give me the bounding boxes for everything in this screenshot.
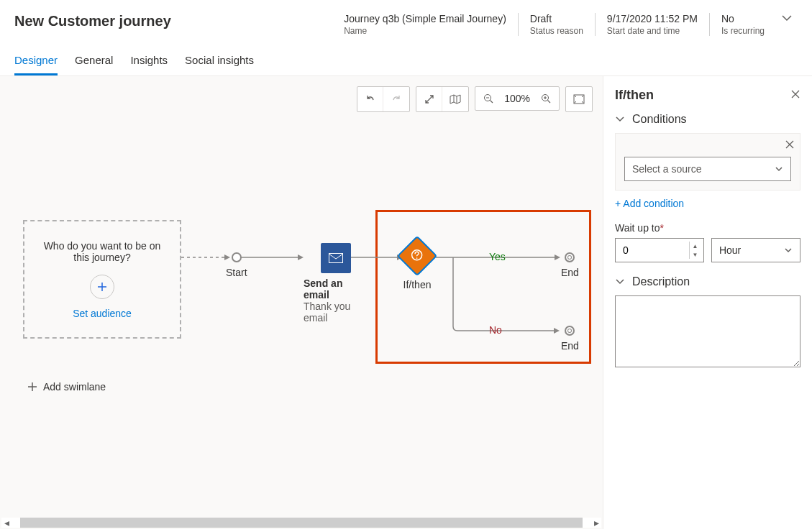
email-node[interactable]: Send an email Thank you email [304, 243, 368, 324]
plus-icon [27, 382, 37, 392]
select-source-dropdown[interactable]: Select a source [624, 157, 791, 181]
audience-placeholder: Who do you want to be on this journey? S… [23, 220, 181, 339]
condition-card: Select a source [615, 133, 800, 191]
tab-social-insights[interactable]: Social insights [185, 54, 254, 75]
scrollbar-thumb[interactable] [20, 518, 583, 528]
scroll-left-button[interactable]: ◂ [1, 517, 12, 528]
header-status-value: Draft [530, 13, 583, 24]
svg-rect-12 [329, 254, 343, 263]
designer-canvas[interactable]: 100% Who do you want to be on this journ… [0, 76, 603, 529]
audience-question: Who do you want to be on this journey? [37, 240, 167, 263]
ifthen-node[interactable]: If/then [403, 242, 432, 290]
svg-marker-6 [298, 254, 304, 260]
wait-label-text: Wait up to [615, 222, 660, 234]
end-node-yes[interactable]: End [561, 252, 579, 278]
close-icon [790, 89, 800, 99]
zoom-out-button[interactable] [475, 86, 501, 111]
fit-icon [573, 94, 585, 104]
chevron-down-icon [784, 246, 793, 254]
add-audience-button[interactable] [90, 275, 114, 299]
header-recurring-value: No [721, 13, 765, 24]
expand-icon [424, 94, 434, 104]
undo-button[interactable] [357, 87, 383, 111]
chevron-down-icon [775, 165, 783, 173]
horizontal-scrollbar[interactable]: ◂ ▸ [1, 518, 601, 528]
start-label: Start [226, 267, 247, 278]
header-status-label: Status reason [530, 26, 583, 36]
end-label-yes: End [561, 267, 579, 278]
description-textarea[interactable] [615, 295, 800, 367]
zoom-out-icon [483, 93, 493, 104]
header-expand-button[interactable] [776, 13, 798, 23]
email-node-subtitle: Thank you email [304, 301, 368, 324]
conditions-section-toggle[interactable]: Conditions [615, 113, 800, 126]
wait-value-input-wrap: ▲ ▼ [615, 238, 704, 262]
scroll-right-button[interactable]: ▸ [591, 517, 601, 528]
add-swimlane-button[interactable]: Add swimlane [27, 381, 106, 393]
email-icon [329, 253, 343, 263]
chevron-down-icon [782, 13, 792, 23]
tab-bar: Designer General Insights Social insight… [0, 37, 812, 76]
header-recurring-label: Is recurring [721, 26, 765, 36]
wait-unit-value: Hour [719, 244, 741, 256]
add-swimlane-label: Add swimlane [43, 381, 106, 393]
wait-label: Wait up to* [615, 222, 800, 234]
panel-close-button[interactable] [790, 89, 800, 101]
wait-value-increment[interactable]: ▲ [689, 242, 701, 250]
no-branch-label: No [489, 324, 502, 336]
wait-value-input[interactable] [623, 244, 688, 256]
wait-value-decrement[interactable]: ▼ [689, 250, 701, 259]
description-section-label: Description [632, 275, 690, 288]
panel-title: If/then [615, 88, 654, 103]
yes-branch-label: Yes [489, 251, 506, 262]
undo-icon [365, 93, 376, 105]
zoom-level: 100% [501, 93, 533, 104]
chevron-down-icon [615, 277, 625, 287]
end-node-no[interactable]: End [561, 326, 579, 352]
tab-insights[interactable]: Insights [130, 54, 168, 75]
canvas-toolbar: 100% [357, 86, 593, 112]
plus-icon [97, 282, 107, 292]
ifthen-label: If/then [403, 279, 432, 290]
end-label-no: End [561, 340, 579, 352]
zoom-in-icon [541, 93, 551, 104]
start-node[interactable]: Start [226, 252, 247, 278]
condition-icon [411, 249, 424, 262]
zoom-in-button[interactable] [533, 86, 559, 111]
page-title: New Customer journey [14, 13, 332, 29]
end-dot-icon [565, 252, 575, 262]
header-name-value: Journey q3b (Simple Email Journey) [344, 13, 506, 24]
tab-designer[interactable]: Designer [14, 54, 58, 75]
map-icon [450, 94, 461, 104]
redo-icon [391, 93, 402, 105]
fullscreen-button[interactable] [416, 87, 442, 111]
close-icon [785, 140, 794, 149]
description-section-toggle[interactable]: Description [615, 275, 800, 288]
minimap-button[interactable] [442, 87, 468, 111]
select-source-placeholder: Select a source [632, 163, 702, 175]
required-asterisk: * [660, 222, 664, 234]
redo-button[interactable] [383, 87, 409, 111]
header-name-label: Name [344, 26, 506, 36]
set-audience-link[interactable]: Set audience [73, 308, 132, 319]
tab-general[interactable]: General [75, 54, 113, 75]
header-start-value: 9/17/2020 11:52 PM [607, 13, 698, 24]
header-fields: Journey q3b (Simple Email Journey) Name … [332, 13, 776, 36]
properties-panel: If/then Conditions Select a source + Add… [603, 76, 812, 529]
add-condition-link[interactable]: + Add condition [615, 198, 800, 209]
wait-unit-dropdown[interactable]: Hour [711, 238, 800, 262]
fit-screen-button[interactable] [566, 87, 592, 111]
conditions-section-label: Conditions [632, 113, 687, 126]
start-dot-icon [232, 252, 242, 262]
remove-condition-button[interactable] [785, 139, 794, 151]
email-node-title: Send an email [304, 278, 368, 301]
chevron-down-icon [615, 114, 625, 124]
header-start-label: Start date and time [607, 26, 698, 36]
page-header: New Customer journey Journey q3b (Simple… [0, 0, 812, 37]
end-dot-icon [565, 326, 575, 336]
